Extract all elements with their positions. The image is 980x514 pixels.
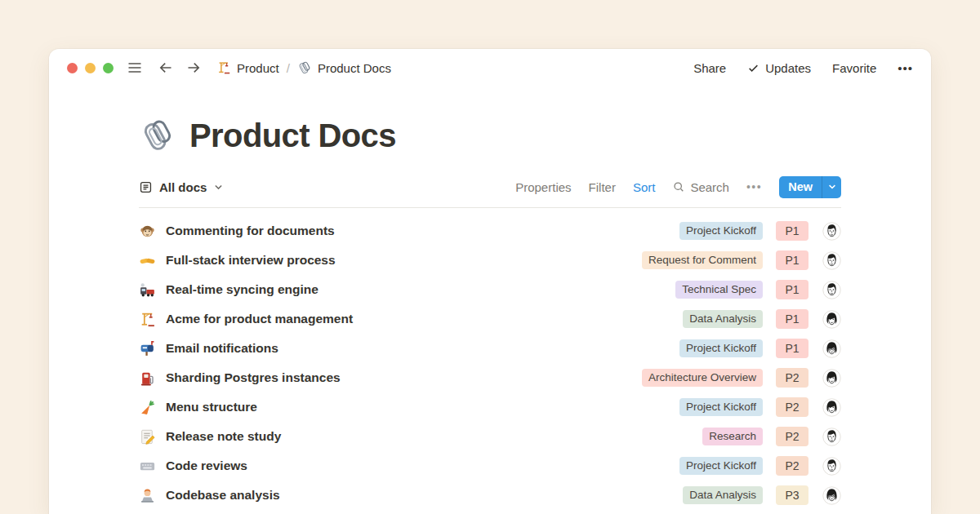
page-header: Product Docs [139, 114, 841, 157]
favorite-label: Favorite [832, 61, 876, 75]
keyboard-icon [139, 458, 156, 475]
owner-avatar[interactable] [822, 251, 841, 270]
table-row[interactable]: Email notifications Project Kickoff P1 [139, 334, 841, 363]
doc-type-tag[interactable]: Request for Comment [642, 251, 763, 269]
priority-badge[interactable]: P1 [776, 339, 808, 358]
doc-title-link[interactable]: Codebase analysis [166, 488, 683, 503]
owner-avatar[interactable] [822, 486, 841, 505]
priority-badge[interactable]: P1 [776, 221, 808, 241]
owner-avatar[interactable] [822, 339, 841, 358]
properties-button[interactable]: Properties [515, 180, 571, 194]
table-row[interactable]: Code reviews Project Kickoff P2 [139, 451, 841, 481]
doc-title-link[interactable]: Acme for product management [166, 312, 683, 326]
hamburger-icon [127, 60, 143, 76]
view-switcher-all-docs[interactable]: All docs [139, 180, 224, 194]
doc-title-link[interactable]: Code reviews [166, 459, 679, 473]
table-row[interactable]: Menu structure Project Kickoff P2 [139, 392, 841, 422]
doc-type-tag[interactable]: Project Kickoff [679, 457, 763, 475]
crane-icon [216, 60, 231, 75]
search-icon [672, 180, 685, 193]
table-row[interactable]: Acme for product management Data Analysi… [139, 304, 841, 334]
doc-type-tag[interactable]: Project Kickoff [679, 222, 763, 240]
nav-arrows [156, 58, 203, 78]
table-row[interactable]: Release note study Research P2 [139, 422, 841, 451]
technologist-icon [139, 487, 156, 504]
priority-badge[interactable]: P2 [776, 427, 808, 446]
arrow-left-icon [158, 60, 174, 76]
new-dropdown-button[interactable] [822, 176, 841, 198]
doc-type-tag[interactable]: Research [702, 428, 763, 445]
filter-button[interactable]: Filter [589, 180, 616, 194]
table-row[interactable]: Sharding Postgres instances Architecture… [139, 363, 841, 392]
doc-table: Commenting for documents Project Kickoff… [139, 216, 841, 510]
handshake-icon [139, 252, 156, 269]
doc-title-link[interactable]: Menu structure [166, 400, 679, 414]
doc-type-tag[interactable]: Architecture Overview [642, 369, 763, 387]
doc-title-link[interactable]: Release note study [166, 429, 702, 444]
share-button[interactable]: Share [693, 61, 726, 75]
share-label: Share [693, 61, 726, 75]
doc-type-tag[interactable]: Project Kickoff [679, 339, 763, 357]
crane-icon [139, 311, 156, 328]
owner-avatar[interactable] [822, 369, 841, 388]
paperclips-icon [297, 60, 312, 75]
doc-title-link[interactable]: Real-time syncing engine [166, 282, 675, 297]
doc-type-tag[interactable]: Data Analysis [683, 486, 763, 504]
owner-avatar[interactable] [822, 428, 841, 446]
table-row[interactable]: Full-stack interview process Request for… [139, 246, 841, 275]
view-toolbar: All docs Properties Filter Sort Search •… [139, 175, 841, 199]
breadcrumb-item-product-docs[interactable]: Product Docs [297, 60, 391, 75]
owner-avatar[interactable] [822, 457, 841, 476]
priority-badge[interactable]: P2 [776, 397, 808, 417]
search-button[interactable]: Search [672, 180, 729, 194]
priority-badge[interactable]: P1 [776, 309, 808, 329]
favorite-button[interactable]: Favorite [832, 61, 876, 75]
locomotive-icon [139, 281, 156, 299]
doc-title-link[interactable]: Full-stack interview process [166, 253, 642, 268]
owner-avatar[interactable] [822, 310, 841, 329]
toolbar-actions: Properties Filter Sort Search ••• New [515, 176, 841, 198]
minimize-window-button[interactable] [85, 63, 96, 73]
zoom-window-button[interactable] [103, 63, 114, 73]
doc-title-link[interactable]: Sharding Postgres instances [166, 370, 642, 385]
priority-badge[interactable]: P2 [776, 456, 808, 476]
more-options-button[interactable]: ••• [898, 61, 913, 75]
topbar-actions: Share Updates Favorite ••• [693, 61, 913, 75]
table-row[interactable]: Codebase analysis Data Analysis P3 [139, 481, 841, 510]
forward-button[interactable] [184, 58, 203, 78]
doc-type-tag[interactable]: Data Analysis [683, 310, 763, 328]
breadcrumb-label: Product Docs [318, 61, 391, 75]
app-window: Product / Product Docs Share Updates Fav… [49, 49, 931, 514]
fuel-pump-icon [139, 370, 156, 387]
chevron-down-icon [213, 182, 224, 193]
priority-badge[interactable]: P1 [776, 250, 808, 270]
new-button-group: New [779, 176, 841, 198]
monkey-icon [139, 223, 156, 240]
new-button[interactable]: New [779, 176, 822, 198]
table-row[interactable]: Real-time syncing engine Technical Spec … [139, 275, 841, 304]
priority-badge[interactable]: P3 [776, 485, 808, 505]
owner-avatar[interactable] [822, 222, 841, 241]
close-window-button[interactable] [67, 63, 78, 73]
updates-button[interactable]: Updates [747, 61, 811, 75]
doc-title-link[interactable]: Commenting for documents [166, 224, 679, 238]
view-more-button[interactable]: ••• [746, 180, 762, 193]
priority-badge[interactable]: P2 [776, 368, 808, 388]
priority-badge[interactable]: P1 [776, 280, 808, 299]
sort-button[interactable]: Sort [633, 180, 656, 194]
table-row[interactable]: Commenting for documents Project Kickoff… [139, 216, 841, 246]
doc-type-tag[interactable]: Project Kickoff [679, 398, 763, 416]
paperclips-icon[interactable] [139, 117, 176, 154]
page-title[interactable]: Product Docs [189, 117, 396, 154]
doc-type-tag[interactable]: Technical Spec [675, 281, 763, 299]
window-topbar: Product / Product Docs Share Updates Fav… [49, 49, 931, 86]
doc-title-link[interactable]: Email notifications [166, 341, 679, 356]
breadcrumb-item-product[interactable]: Product [216, 60, 279, 75]
owner-avatar[interactable] [822, 281, 841, 299]
document-list-icon [139, 180, 153, 194]
sidebar-menu-button[interactable] [125, 58, 145, 78]
back-button[interactable] [156, 58, 176, 78]
search-label: Search [690, 180, 729, 194]
owner-avatar[interactable] [822, 398, 841, 417]
mailbox-icon [139, 340, 156, 357]
